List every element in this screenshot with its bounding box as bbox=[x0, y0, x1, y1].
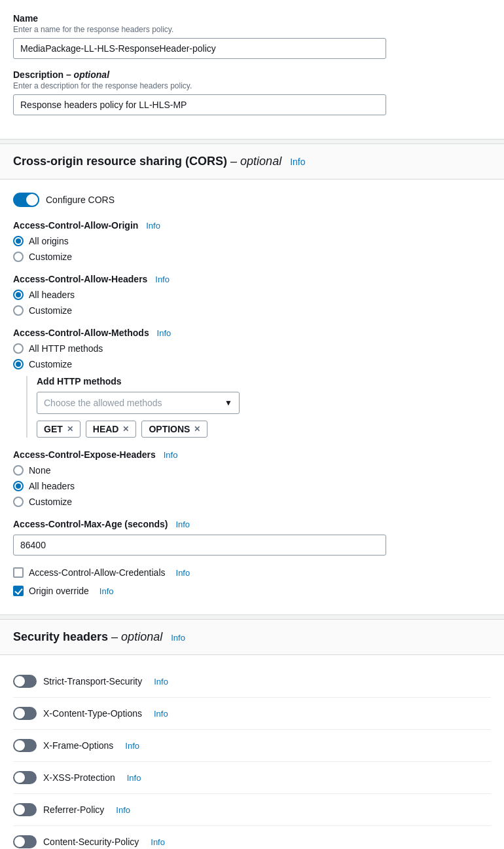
sts-toggle[interactable] bbox=[13, 675, 37, 688]
methods-dropdown[interactable]: Choose the allowed methods ▼ bbox=[37, 392, 240, 414]
allow-credentials-row: Access-Control-Allow-Credentials Info bbox=[13, 567, 491, 578]
cors-info-link[interactable]: Info bbox=[290, 157, 305, 167]
method-tag-head: HEAD ✕ bbox=[86, 421, 137, 438]
method-tag-get-label: GET bbox=[44, 424, 63, 434]
allow-methods-all-http[interactable]: All HTTP methods bbox=[13, 343, 491, 354]
xfo-info[interactable]: Info bbox=[125, 741, 139, 751]
radio-customize-origin-label: Customize bbox=[29, 252, 72, 262]
allow-origin-info[interactable]: Info bbox=[146, 221, 160, 231]
allow-origin-group: Access-Control-Allow-Origin Info All ori… bbox=[13, 220, 491, 262]
allow-credentials-checkbox-item[interactable]: Access-Control-Allow-Credentials Info bbox=[13, 567, 491, 578]
origin-override-info[interactable]: Info bbox=[99, 586, 114, 596]
radio-expose-none bbox=[13, 465, 24, 476]
rp-info[interactable]: Info bbox=[116, 805, 130, 815]
sts-info[interactable]: Info bbox=[154, 677, 168, 687]
radio-expose-all bbox=[13, 481, 24, 491]
security-row-xfo: X-Frame-Options Info bbox=[13, 730, 491, 762]
method-tag-get: GET ✕ bbox=[37, 421, 81, 438]
description-input[interactable] bbox=[13, 94, 386, 115]
xxss-toggle[interactable] bbox=[13, 771, 37, 784]
cors-title: Cross-origin resource sharing (CORS) – o… bbox=[13, 155, 306, 168]
radio-customize-methods bbox=[13, 359, 24, 369]
divider-2 bbox=[0, 614, 504, 620]
xfo-toggle[interactable] bbox=[13, 739, 37, 752]
method-tag-head-remove[interactable]: ✕ bbox=[122, 425, 129, 433]
allow-credentials-checkbox bbox=[13, 567, 24, 578]
name-desc: Enter a name for the response headers po… bbox=[13, 25, 491, 34]
method-tag-options-label: OPTIONS bbox=[149, 424, 190, 434]
divider-1 bbox=[0, 139, 504, 144]
sts-label: Strict-Transport-Security bbox=[43, 676, 142, 687]
name-label: Name bbox=[13, 13, 491, 24]
origin-override-checkbox bbox=[13, 586, 24, 596]
security-row-xcto: X-Content-Type-Options Info bbox=[13, 698, 491, 730]
allow-origin-customize[interactable]: Customize bbox=[13, 252, 491, 262]
security-title-text: Security headers bbox=[13, 630, 108, 643]
radio-all-http-label: All HTTP methods bbox=[29, 343, 103, 354]
csp-toggle-slider bbox=[13, 835, 37, 848]
csp-toggle[interactable] bbox=[13, 835, 37, 848]
max-age-info[interactable]: Info bbox=[175, 519, 190, 529]
allow-headers-info[interactable]: Info bbox=[155, 274, 170, 284]
security-row-csp: Content-Security-Policy Info bbox=[13, 826, 491, 849]
method-tags-container: GET ✕ HEAD ✕ OPTIONS ✕ bbox=[37, 421, 491, 438]
expose-headers-group: Access-Control-Expose-Headers Info None … bbox=[13, 449, 491, 507]
allow-methods-customize[interactable]: Customize bbox=[13, 359, 491, 369]
radio-all-headers bbox=[13, 290, 24, 300]
max-age-label: Access-Control-Max-Age (seconds) Info bbox=[13, 519, 491, 529]
method-tag-options-remove[interactable]: ✕ bbox=[194, 425, 200, 433]
csp-info[interactable]: Info bbox=[151, 837, 165, 847]
description-desc: Enter a description for the response hea… bbox=[13, 81, 491, 90]
security-title: Security headers – optional Info bbox=[13, 630, 185, 643]
radio-customize-origin bbox=[13, 252, 24, 262]
security-header: Security headers – optional Info bbox=[0, 620, 504, 655]
allow-methods-text: Access-Control-Allow-Methods bbox=[13, 328, 149, 338]
method-tag-options: OPTIONS ✕ bbox=[141, 421, 207, 438]
dropdown-arrow-icon: ▼ bbox=[225, 398, 232, 407]
radio-customize-headers-label: Customize bbox=[29, 305, 72, 316]
allow-credentials-info[interactable]: Info bbox=[176, 568, 190, 578]
description-form-group: Description – optional Enter a descripti… bbox=[13, 69, 491, 115]
description-optional: optional bbox=[74, 69, 109, 80]
allow-headers-group: Access-Control-Allow-Headers Info All he… bbox=[13, 274, 491, 316]
name-input[interactable] bbox=[13, 38, 386, 59]
configure-cors-toggle[interactable] bbox=[13, 193, 39, 207]
name-form-group: Name Enter a name for the response heade… bbox=[13, 13, 491, 59]
allow-headers-customize[interactable]: Customize bbox=[13, 305, 491, 316]
max-age-input[interactable] bbox=[13, 535, 386, 556]
expose-headers-none[interactable]: None bbox=[13, 465, 491, 476]
expose-headers-customize[interactable]: Customize bbox=[13, 497, 491, 507]
xxss-info[interactable]: Info bbox=[127, 773, 141, 783]
expose-headers-info[interactable]: Info bbox=[164, 450, 178, 460]
xcto-info[interactable]: Info bbox=[154, 709, 168, 719]
xfo-label: X-Frame-Options bbox=[43, 740, 113, 751]
rp-toggle-slider bbox=[13, 803, 37, 816]
allow-origin-radios: All origins Customize bbox=[13, 236, 491, 262]
xcto-toggle[interactable] bbox=[13, 707, 37, 720]
allow-headers-label: Access-Control-Allow-Headers Info bbox=[13, 274, 491, 284]
add-methods-label: Add HTTP methods bbox=[37, 376, 491, 387]
allow-headers-radios: All headers Customize bbox=[13, 290, 491, 316]
method-tag-get-remove[interactable]: ✕ bbox=[67, 425, 73, 433]
security-optional-text: – optional bbox=[111, 630, 162, 643]
allow-headers-text: Access-Control-Allow-Headers bbox=[13, 274, 147, 284]
xxss-toggle-slider bbox=[13, 771, 37, 784]
security-row-xxss: X-XSS-Protection Info bbox=[13, 762, 491, 794]
radio-expose-customize bbox=[13, 497, 24, 507]
method-tag-head-label: HEAD bbox=[93, 424, 119, 434]
methods-customize-block: Add HTTP methods Choose the allowed meth… bbox=[26, 376, 491, 438]
radio-all-origins bbox=[13, 236, 24, 246]
security-info-link[interactable]: Info bbox=[171, 633, 185, 643]
name-section: Name Enter a name for the response heade… bbox=[0, 0, 504, 139]
allow-methods-info[interactable]: Info bbox=[157, 328, 171, 338]
origin-override-checkbox-item[interactable]: Origin override Info bbox=[13, 586, 491, 596]
methods-dropdown-placeholder: Choose the allowed methods bbox=[44, 398, 162, 408]
csp-label: Content-Security-Policy bbox=[43, 837, 139, 847]
allow-origin-all-origins[interactable]: All origins bbox=[13, 236, 491, 246]
xfo-toggle-slider bbox=[13, 739, 37, 752]
rp-toggle[interactable] bbox=[13, 803, 37, 816]
expose-headers-all[interactable]: All headers bbox=[13, 481, 491, 491]
max-age-text: Access-Control-Max-Age (seconds) bbox=[13, 519, 168, 529]
allow-headers-all[interactable]: All headers bbox=[13, 290, 491, 300]
allow-credentials-label: Access-Control-Allow-Credentials bbox=[29, 567, 166, 578]
